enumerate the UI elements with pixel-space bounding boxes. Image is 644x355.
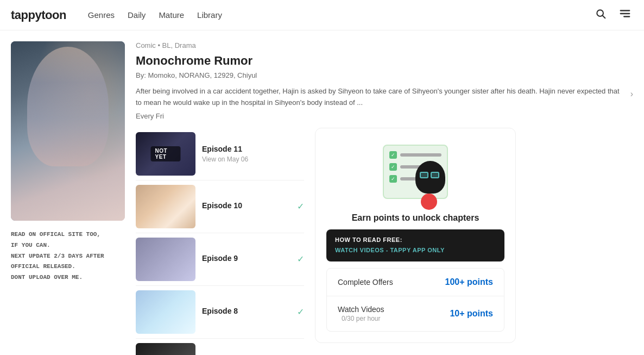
right-content: Comic • BL, Drama Monochrome Rumor By: M… bbox=[136, 41, 633, 355]
episode-number: Episode 11 bbox=[202, 145, 304, 153]
cover-figure bbox=[27, 47, 109, 166]
complete-offers-info: Complete Offers bbox=[338, 278, 393, 287]
nav-genres[interactable]: Genres bbox=[88, 10, 115, 20]
complete-offers-label: Complete Offers bbox=[338, 278, 393, 287]
nav-mature[interactable]: Mature bbox=[159, 10, 184, 20]
points-options: Complete Offers 100+ points Watch Videos… bbox=[326, 268, 504, 332]
menu-button[interactable] bbox=[617, 5, 633, 24]
watch-videos-points: 10+ points bbox=[450, 309, 493, 319]
watermark-line2: IF YOU CAN. bbox=[11, 240, 125, 251]
cat-illustration: ✓ ✓ ✓ bbox=[372, 139, 459, 204]
check-line-text bbox=[400, 153, 441, 157]
episode-info-9: Episode 9 bbox=[202, 254, 291, 265]
watermark-line5: DONT UPLOAD OVER ME. bbox=[11, 272, 125, 283]
episode-thumb-8 bbox=[136, 290, 195, 334]
earn-points-card: ✓ ✓ ✓ bbox=[315, 128, 516, 344]
not-yet-badge: NOT YET bbox=[151, 146, 181, 161]
genre-tags: Comic • BL, Drama bbox=[136, 41, 633, 49]
watermark-line1: READ ON OFFICAL SITE TOO, bbox=[11, 229, 125, 240]
comic-title: Monochrome Rumor bbox=[136, 54, 633, 68]
nav-daily[interactable]: Daily bbox=[128, 10, 146, 20]
episode-item[interactable]: Episode 7 ✓ bbox=[136, 339, 304, 355]
watermark-text: READ ON OFFICAL SITE TOO, IF YOU CAN. NE… bbox=[11, 229, 125, 283]
watch-videos-label: WATCH VIDEOS - TAPPY APP ONLY bbox=[335, 247, 445, 253]
cover-image[interactable]: MONOCHROME RUM0R bbox=[11, 41, 125, 221]
complete-offers-points: 100+ points bbox=[445, 277, 493, 287]
episode-number: Episode 9 bbox=[202, 254, 291, 263]
episode-check: ✓ bbox=[297, 307, 304, 317]
episodes-list: NOT YET Episode 11 View on May 06 Episod… bbox=[136, 128, 304, 355]
svg-line-1 bbox=[603, 16, 605, 18]
how-to-read-box: HOW TO READ FREE: WATCH VIDEOS - TAPPY A… bbox=[326, 229, 504, 262]
episode-thumb-7 bbox=[136, 343, 195, 355]
how-to-label: HOW TO READ FREE: bbox=[335, 236, 402, 243]
search-icon bbox=[595, 8, 606, 19]
episode-info-11: Episode 11 View on May 06 bbox=[202, 145, 304, 163]
header: tappytoon Genres Daily Mature Library bbox=[0, 0, 644, 30]
check-box: ✓ bbox=[389, 163, 397, 171]
cat-glass-right bbox=[431, 172, 439, 178]
episode-number: Episode 8 bbox=[202, 307, 291, 315]
episode-item[interactable]: Episode 8 ✓ bbox=[136, 286, 304, 339]
check-box: ✓ bbox=[389, 175, 397, 183]
search-button[interactable] bbox=[593, 6, 608, 24]
logo[interactable]: tappytoon bbox=[11, 8, 66, 22]
watermark-line4: OFFICIAL RELEASED. bbox=[11, 261, 125, 272]
check-box: ✓ bbox=[389, 151, 397, 159]
hamburger-icon bbox=[619, 8, 631, 20]
watch-videos-option[interactable]: Watch Videos 0/30 per hour 10+ points bbox=[327, 296, 504, 331]
episodes-container: NOT YET Episode 11 View on May 06 Episod… bbox=[136, 128, 633, 355]
episode-info-8: Episode 8 bbox=[202, 307, 291, 317]
cat-shape bbox=[415, 161, 445, 194]
read-more-arrow[interactable]: › bbox=[630, 87, 633, 101]
episode-check: ✓ bbox=[297, 254, 304, 264]
episode-thumb-9 bbox=[136, 238, 195, 281]
earn-points-title: Earn points to unlock chapters bbox=[326, 213, 504, 223]
episode-check: ✓ bbox=[297, 201, 304, 211]
author-line: By: Momoko, NORANG, 12929, Chiyul bbox=[136, 71, 633, 79]
episode-thumb-10 bbox=[136, 185, 195, 228]
nav-library[interactable]: Library bbox=[197, 10, 222, 20]
cat-body bbox=[415, 161, 453, 204]
complete-offers-option[interactable]: Complete Offers 100+ points bbox=[327, 269, 504, 296]
watch-videos-option-label: Watch Videos bbox=[338, 305, 384, 314]
check-line-1: ✓ bbox=[389, 151, 441, 159]
episode-thumb-11: NOT YET bbox=[136, 132, 195, 176]
episode-date: View on May 06 bbox=[202, 155, 304, 163]
episode-item[interactable]: Episode 10 ✓ bbox=[136, 180, 304, 233]
header-icons bbox=[593, 5, 633, 24]
cat-yarn bbox=[421, 194, 437, 210]
description: After being involved in a car accident t… bbox=[136, 86, 633, 109]
episode-info-10: Episode 10 bbox=[202, 201, 291, 212]
description-text: After being involved in a car accident t… bbox=[136, 86, 627, 109]
cat-glasses bbox=[420, 172, 439, 178]
left-sidebar: MONOCHROME RUM0R READ ON OFFICAL SITE TO… bbox=[11, 41, 125, 355]
main-nav: Genres Daily Mature Library bbox=[88, 10, 593, 20]
watch-videos-sub: 0/30 per hour bbox=[338, 315, 384, 322]
episode-number: Episode 10 bbox=[202, 201, 291, 210]
watch-videos-info: Watch Videos 0/30 per hour bbox=[338, 305, 384, 322]
episode-item[interactable]: NOT YET Episode 11 View on May 06 bbox=[136, 128, 304, 180]
cat-glass-left bbox=[420, 172, 428, 178]
schedule: Every Fri bbox=[136, 112, 633, 120]
watermark-line3: NEXT UPDATE 2/3 DAYS AFTER bbox=[11, 251, 125, 262]
earn-points-panel: ✓ ✓ ✓ bbox=[315, 128, 516, 355]
episode-item[interactable]: Episode 9 ✓ bbox=[136, 233, 304, 286]
main-content: MONOCHROME RUM0R READ ON OFFICAL SITE TO… bbox=[0, 30, 644, 355]
